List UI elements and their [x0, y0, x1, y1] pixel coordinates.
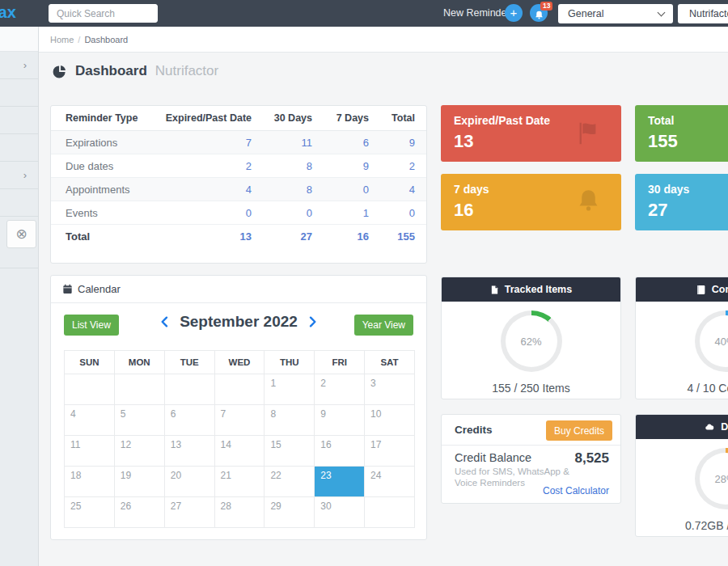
day-cell[interactable]: 28 [214, 497, 265, 528]
stat-card-7days[interactable]: 7 days 16 [441, 174, 621, 230]
drive-usage: 0.72GB / 2.5GB [636, 519, 728, 532]
cell-value[interactable]: 8 [252, 154, 312, 178]
day-cell[interactable] [114, 374, 164, 405]
day-cell[interactable]: 21 [214, 467, 265, 497]
credits-body: Credit Balance 8,525 Used for SMS, Whats… [442, 446, 620, 504]
day-cell[interactable]: 8 [265, 405, 315, 436]
prev-month-icon[interactable] [159, 315, 171, 328]
gauge-percent: 40% [695, 336, 728, 348]
circled-x-icon: ⊗ [15, 226, 27, 242]
file-icon [490, 285, 499, 295]
col-reminder-type: Reminder Type [51, 106, 156, 131]
credit-balance-label: Credit Balance [455, 451, 531, 464]
row-label: Appointments [51, 178, 156, 201]
day-cell[interactable]: 7 [214, 405, 265, 436]
day-cell[interactable]: 22 [265, 467, 315, 497]
col-expired: Expired/Past Date [156, 106, 252, 131]
account-box[interactable]: Nutrifactor [678, 4, 728, 23]
day-cell[interactable]: 24 [365, 467, 415, 497]
widget-title: Drive [721, 421, 728, 433]
day-cell[interactable]: 2 [315, 374, 365, 405]
cell-value[interactable]: 1 [312, 201, 369, 225]
buy-credits-button[interactable]: Buy Credits [546, 420, 612, 441]
day-cell[interactable]: 27 [164, 497, 214, 528]
day-cell[interactable]: 13 [164, 436, 214, 467]
cell-value[interactable]: 0 [312, 178, 369, 201]
day-cell[interactable]: 14 [214, 436, 265, 467]
day-cell[interactable]: 1 [265, 374, 315, 405]
day-cell[interactable]: 19 [114, 467, 164, 497]
day-cell[interactable] [65, 374, 115, 405]
sidebar-collapse-button[interactable]: ⊗ [6, 220, 36, 248]
app-logo[interactable]: lax [0, 3, 16, 22]
calendar-week-row: 25 26 27 28 29 30 [65, 497, 415, 528]
cell-value[interactable]: 0 [252, 201, 312, 225]
day-cell[interactable]: 18 [65, 467, 115, 497]
day-header: SAT [365, 351, 415, 374]
cell-value[interactable]: 7 [156, 131, 252, 154]
cell-value[interactable]: 0 [156, 201, 252, 225]
col-30days: 30 Days [252, 106, 312, 131]
day-cell[interactable]: 25 [65, 497, 115, 528]
day-cell[interactable]: 17 [365, 436, 415, 467]
day-cell[interactable] [164, 374, 214, 405]
breadcrumb-home[interactable]: Home [50, 35, 74, 44]
year-view-button[interactable]: Year View [354, 315, 413, 336]
sidebar-item-5[interactable]: › [0, 162, 38, 189]
cost-calculator-link[interactable]: Cost Calculator [543, 485, 609, 496]
day-header: SUN [65, 351, 115, 374]
day-cell[interactable]: 3 [365, 374, 415, 405]
credits-header: Credits Buy Credits [442, 415, 620, 446]
stat-card-total[interactable]: Total 155 [635, 105, 728, 162]
next-month-icon[interactable] [306, 315, 319, 328]
stat-value: 13 [454, 131, 473, 152]
day-cell[interactable] [214, 374, 265, 405]
cell-value[interactable]: 9 [369, 131, 427, 154]
sidebar-item-4[interactable] [0, 134, 38, 162]
day-cell[interactable]: 9 [315, 405, 365, 436]
day-cell[interactable]: 5 [114, 405, 164, 436]
day-cell[interactable]: 20 [164, 467, 214, 497]
day-cell[interactable]: 26 [114, 497, 164, 528]
flag-icon [574, 119, 602, 150]
day-cell[interactable]: 12 [114, 436, 164, 467]
day-cell[interactable]: 4 [65, 405, 115, 436]
stat-card-expired[interactable]: Expired/Past Date 13 [441, 105, 621, 162]
cell-value[interactable]: 8 [252, 178, 312, 201]
calendar-icon [62, 284, 73, 294]
search-input[interactable] [49, 4, 158, 23]
day-cell[interactable]: 16 [315, 436, 365, 467]
day-cell[interactable]: 29 [265, 497, 315, 528]
sidebar-item-1[interactable]: › [0, 52, 38, 79]
cell-value[interactable]: 11 [252, 131, 312, 154]
cell-value[interactable]: 6 [312, 131, 369, 154]
day-cell-selected[interactable]: 23 [315, 467, 365, 497]
day-cell[interactable] [365, 497, 415, 528]
calendar-day-header-row: SUN MON TUE WED THU FRI SAT [65, 351, 415, 374]
sidebar-item-6[interactable] [0, 189, 38, 217]
sidebar-item-2[interactable] [0, 79, 38, 107]
sidebar-item-3[interactable] [0, 107, 38, 134]
cell-value[interactable]: 4 [156, 178, 252, 201]
cell-value[interactable]: 4 [369, 178, 427, 201]
calendar-month-title: September 2022 [180, 313, 298, 331]
day-cell[interactable]: 11 [65, 436, 115, 467]
cell-value[interactable]: 0 [369, 201, 427, 225]
calendar-week-row: 4 5 6 7 8 9 10 [65, 405, 415, 436]
cell-value[interactable]: 9 [312, 154, 369, 178]
new-reminder-button[interactable]: + [505, 4, 523, 22]
team-select[interactable]: General [558, 4, 673, 23]
cell-value[interactable]: 2 [156, 154, 252, 178]
calendar-week-row: 11 12 13 14 15 16 17 [65, 436, 415, 467]
cell-value[interactable]: 2 [369, 154, 427, 178]
day-cell[interactable]: 30 [315, 497, 365, 528]
contacts-card: Contacts 40% 4 / 10 Contacts [635, 277, 728, 399]
stat-card-30days[interactable]: 30 days 27 [635, 174, 728, 230]
day-cell[interactable]: 10 [365, 405, 415, 436]
breadcrumb-current: Dashboard [84, 35, 128, 44]
cloud-icon [704, 422, 715, 432]
chevron-right-icon: › [23, 169, 27, 181]
day-cell[interactable]: 15 [265, 436, 315, 467]
bell-icon [575, 187, 602, 217]
day-cell[interactable]: 6 [164, 405, 214, 436]
